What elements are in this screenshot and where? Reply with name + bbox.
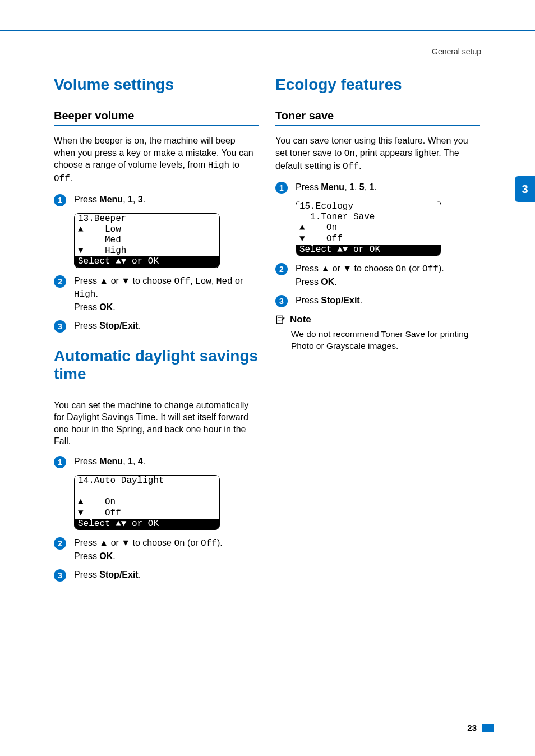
beeper-step-2: 2 Press ▲ or ▼ to choose Off, Low, Med o… [54, 275, 259, 314]
heading-ecology-features: Ecology features [275, 76, 480, 94]
text: Press [74, 570, 99, 579]
code: Off [174, 276, 190, 287]
text: Press ▲ or ▼ to choose [296, 264, 395, 273]
note-title: Note [290, 314, 311, 325]
text: . [139, 570, 141, 579]
lcd-line: ▼ Off [75, 508, 219, 519]
step-number-icon: 3 [54, 320, 66, 333]
toner-step-3: 3 Press Stop/Exit. [275, 294, 480, 307]
text: , [123, 195, 128, 204]
step-number-icon: 1 [54, 194, 66, 206]
text: , [133, 195, 138, 204]
step-body: Press Stop/Exit. [74, 569, 259, 581]
code: On [344, 149, 355, 159]
text: Press [74, 321, 99, 330]
lcd-line: ▲ Low [75, 224, 219, 235]
step-number-icon: 2 [54, 537, 66, 550]
key-menu: Menu [99, 457, 123, 466]
beeper-intro: When the beeper is on, the machine will … [54, 135, 259, 185]
code: On [174, 538, 185, 548]
text: Press [296, 277, 321, 287]
left-column: Volume settings Beeper volume When the b… [54, 76, 259, 588]
daylight-step-1: 1 Press Menu, 1, 4. [54, 455, 259, 468]
text: Press [74, 457, 99, 466]
step-body: Press Menu, 1, 3. [74, 193, 259, 206]
step-number-icon: 2 [275, 263, 288, 275]
chapter-side-tab: 3 [515, 176, 535, 202]
code-off: Off [54, 174, 70, 184]
text: Press [74, 302, 99, 312]
code: Off [343, 162, 359, 172]
subheading-beeper-volume: Beeper volume [54, 109, 259, 126]
step-body: Press Stop/Exit. [74, 320, 259, 332]
text: Press [74, 551, 99, 561]
lcd-line-inverted: Select ▲▼ or OK [75, 519, 219, 529]
step-body: Press Menu, 1, 5, 1. [296, 181, 480, 193]
right-column: Ecology features Toner save You can save… [275, 76, 480, 588]
key-1: 1 [128, 457, 133, 466]
key-3: 3 [138, 195, 143, 204]
text: , [354, 182, 359, 192]
lcd-line: 14.Auto Daylight [75, 476, 219, 486]
code: Off [201, 538, 217, 548]
step-number-icon: 2 [54, 275, 66, 288]
code-high: High [208, 160, 229, 170]
toner-step-2: 2 Press ▲ or ▼ to choose On (or Off). Pr… [275, 262, 480, 288]
text: to [229, 160, 239, 169]
pencil-note-icon [275, 315, 287, 325]
key-ok: OK [99, 551, 113, 561]
daylight-intro: You can set the machine to change automa… [54, 399, 259, 448]
page-top-rule [0, 30, 535, 31]
step-body: Press Stop/Exit. [296, 294, 480, 307]
text: , [211, 276, 216, 285]
text: Press [74, 195, 99, 204]
code: Low [195, 276, 211, 287]
text: . [334, 277, 336, 287]
text: , [133, 457, 138, 466]
note-block: Note We do not recommend Toner Save for … [275, 314, 480, 357]
key-4: 4 [138, 457, 143, 466]
text: . [143, 195, 145, 204]
key-stop-exit: Stop/Exit [321, 296, 359, 305]
lcd-toner: 15.Ecology 1.Toner Save ▲ On ▼ Off Selec… [296, 201, 441, 256]
step-number-icon: 3 [54, 569, 66, 582]
step-body: Press ▲ or ▼ to choose On (or Off). Pres… [296, 262, 480, 288]
page-content: Volume settings Beeper volume When the b… [54, 76, 480, 588]
text: , [190, 276, 195, 285]
step-number-icon: 3 [275, 295, 288, 307]
text: ). [217, 538, 223, 547]
note-header: Note [275, 314, 480, 325]
key-menu: Menu [99, 195, 123, 204]
step-body: Press Menu, 1, 4. [74, 455, 259, 468]
breadcrumb: General setup [432, 47, 481, 56]
lcd-line: ▼ Off [296, 234, 441, 245]
text: (or [407, 264, 422, 273]
text: Press ▲ or ▼ to choose [74, 276, 174, 285]
text: , [123, 457, 128, 466]
lcd-line [75, 486, 219, 497]
lcd-line: ▲ On [296, 223, 441, 233]
text: . [113, 551, 115, 561]
text: . [113, 302, 115, 312]
step-number-icon: 1 [275, 182, 288, 194]
note-body: We do not recommend Toner Save for print… [275, 328, 480, 357]
key-1: 1 [128, 195, 133, 204]
code: Off [422, 264, 439, 274]
key-stop-exit: Stop/Exit [99, 321, 138, 330]
lcd-daylight: 14.Auto Daylight ▲ On ▼ Off Select ▲▼ or… [74, 475, 220, 530]
beeper-step-3: 3 Press Stop/Exit. [54, 320, 259, 333]
text: (or [185, 538, 201, 547]
heading-auto-daylight: Automatic daylight savings time [54, 347, 259, 383]
lcd-line: ▲ On [75, 497, 219, 508]
key-ok: OK [321, 277, 334, 287]
key-5: 5 [359, 182, 365, 192]
step-body: Press ▲ or ▼ to choose Off, Low, Med or … [74, 275, 259, 314]
heading-volume-settings: Volume settings [54, 76, 259, 94]
lcd-line-inverted: Select ▲▼ or OK [75, 256, 219, 267]
text: . [139, 321, 141, 330]
code: High [74, 289, 95, 299]
lcd-line: 13.Beeper [75, 214, 219, 224]
lcd-beeper: 13.Beeper ▲ Low Med ▼ High Select ▲▼ or … [74, 213, 220, 268]
text: . [143, 457, 145, 466]
daylight-step-3: 3 Press Stop/Exit. [54, 569, 259, 582]
